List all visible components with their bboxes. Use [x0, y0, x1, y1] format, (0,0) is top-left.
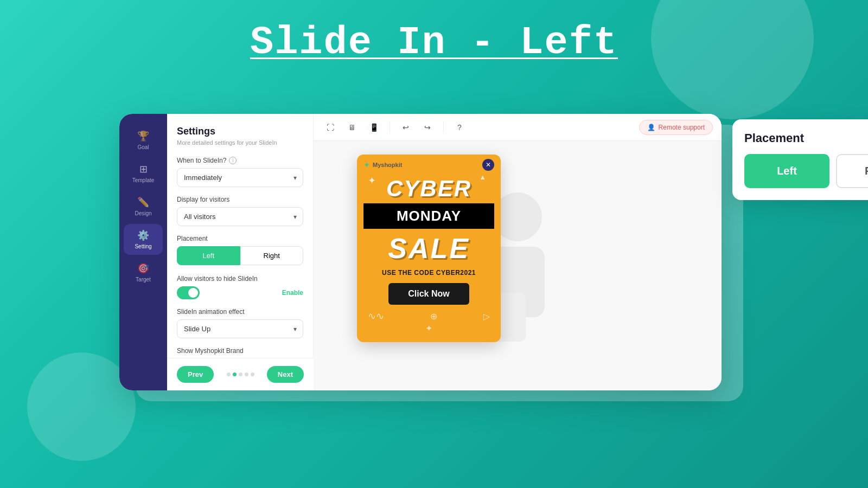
show-brand-label: Show Myshopkit Brand	[177, 347, 303, 355]
sidebar-item-setting[interactable]: ⚙️ Setting	[124, 224, 163, 255]
placement-popup-card: Placement Left Right	[732, 119, 868, 200]
when-to-slidein-select-wrapper: Immediately After 5 seconds After 10 sec…	[177, 168, 303, 187]
settings-subtitle: More detailed settings for your SlideIn	[177, 139, 303, 146]
preview-content: ✦ Myshopkit ✕ ✦ ▲ CYBER MONDAY	[314, 141, 722, 390]
placement-popup-right-btn[interactable]: Right	[836, 154, 868, 188]
cyber-text: CYBER	[363, 177, 494, 200]
sidebar-item-template[interactable]: ⊞ Template	[124, 158, 163, 189]
placement-popup-title: Placement	[744, 131, 868, 145]
undo-icon[interactable]: ↩	[398, 119, 414, 136]
animation-select[interactable]: Slide Up Slide Down Fade In Bounce	[177, 319, 303, 338]
bottom-nav: Prev Next	[167, 358, 314, 390]
popup-close-button[interactable]: ✕	[482, 159, 494, 171]
pagination-dots	[227, 373, 254, 376]
monday-bar: MONDAY	[363, 203, 494, 229]
redo-icon[interactable]: ↪	[419, 119, 436, 136]
sidebar-item-design[interactable]: ✏️ Design	[124, 191, 163, 222]
brand-name: Myshopkit	[373, 162, 402, 168]
sidebar-item-goal[interactable]: 🏆 Goal	[124, 125, 163, 156]
placement-right-btn[interactable]: Right	[240, 246, 304, 265]
sidebar-item-goal-label: Goal	[137, 144, 149, 150]
template-icon: ⊞	[139, 163, 148, 175]
click-now-button[interactable]: Click Now	[388, 283, 469, 305]
popup-brand: ✦ Myshopkit	[363, 160, 402, 169]
setting-icon: ⚙️	[137, 229, 149, 241]
placement-toggle: Left Right	[177, 246, 303, 265]
animation-select-wrapper: Slide Up Slide Down Fade In Bounce ▾	[177, 319, 303, 338]
display-for-section: Display for visitors All visitors New vi…	[177, 196, 303, 226]
dot-2	[233, 373, 237, 376]
app-window: 🏆 Goal ⊞ Template ✏️ Design ⚙️ Setting 🎯…	[119, 114, 722, 390]
display-for-label: Display for visitors	[177, 196, 303, 203]
user-icon: 👤	[647, 124, 655, 131]
sale-text: SALE	[363, 232, 494, 265]
toolbar-divider-1	[390, 121, 390, 133]
allow-hide-label: Allow visitors to hide SlideIn	[177, 275, 303, 282]
settings-panel: Settings More detailed settings for your…	[167, 114, 314, 390]
dot-4	[245, 373, 248, 376]
preview-toolbar: ⛶ 🖥 📱 ↩ ↪ ? 👤 Remote support	[314, 114, 722, 141]
placement-popup-left-btn[interactable]: Left	[744, 154, 829, 188]
prev-button[interactable]: Prev	[177, 366, 214, 383]
dot-5	[251, 373, 254, 376]
display-for-select[interactable]: All visitors New visitors Returning visi…	[177, 207, 303, 226]
remote-support-button[interactable]: 👤 Remote support	[639, 120, 713, 135]
fullscreen-icon[interactable]: ⛶	[322, 119, 339, 136]
design-icon: ✏️	[137, 196, 149, 208]
placement-label: Placement	[177, 235, 303, 242]
sidebar-item-target-label: Target	[136, 277, 151, 282]
target-icon: 🎯	[137, 262, 149, 274]
help-icon[interactable]: ?	[451, 119, 468, 136]
animation-label: SlideIn animation effect	[177, 308, 303, 316]
placement-section: Placement Left Right	[177, 235, 303, 265]
preview-area: ⛶ 🖥 📱 ↩ ↪ ? 👤 Remote support	[314, 114, 722, 390]
toggle-row: Enable	[177, 286, 303, 299]
popup-card: ✦ Myshopkit ✕ ✦ ▲ CYBER MONDAY	[357, 155, 501, 342]
placement-left-btn[interactable]: Left	[177, 246, 240, 265]
sidebar-item-target[interactable]: 🎯 Target	[124, 257, 163, 288]
when-info-icon[interactable]: i	[229, 157, 237, 164]
show-brand-section: Show Myshopkit Brand	[177, 347, 303, 355]
allow-hide-section: Allow visitors to hide SlideIn Enable	[177, 275, 303, 299]
when-to-slidein-label: When to SlideIn? i	[177, 157, 303, 164]
dot-3	[239, 373, 242, 376]
when-to-slidein-section: When to SlideIn? i Immediately After 5 s…	[177, 157, 303, 187]
sidebar: 🏆 Goal ⊞ Template ✏️ Design ⚙️ Setting 🎯…	[119, 114, 167, 390]
dot-1	[227, 373, 231, 376]
placement-popup-buttons: Left Right	[744, 154, 868, 188]
main-container: 🏆 Goal ⊞ Template ✏️ Design ⚙️ Setting 🎯…	[119, 114, 749, 401]
toolbar-divider-2	[443, 121, 444, 133]
display-for-select-wrapper: All visitors New visitors Returning visi…	[177, 207, 303, 226]
goal-icon: 🏆	[137, 130, 149, 142]
sidebar-item-template-label: Template	[132, 177, 155, 183]
desktop-icon[interactable]: 🖥	[344, 119, 360, 136]
settings-title: Settings	[177, 126, 303, 137]
sidebar-item-setting-label: Setting	[135, 243, 151, 249]
next-button[interactable]: Next	[267, 366, 304, 383]
cyber-content: ✦ ▲ CYBER MONDAY SALE USE THE CODE CYBER…	[357, 173, 501, 342]
remote-support-label: Remote support	[659, 124, 705, 131]
mobile-icon[interactable]: 📱	[366, 119, 382, 136]
when-to-slidein-select[interactable]: Immediately After 5 seconds After 10 sec…	[177, 168, 303, 187]
sidebar-item-design-label: Design	[135, 210, 151, 216]
animation-section: SlideIn animation effect Slide Up Slide …	[177, 308, 303, 338]
cyber-code: USE THE CODE CYBER2021	[363, 269, 494, 277]
allow-hide-toggle[interactable]	[177, 286, 200, 299]
enable-label: Enable	[282, 289, 303, 297]
popup-header: ✦ Myshopkit ✕	[357, 155, 501, 173]
